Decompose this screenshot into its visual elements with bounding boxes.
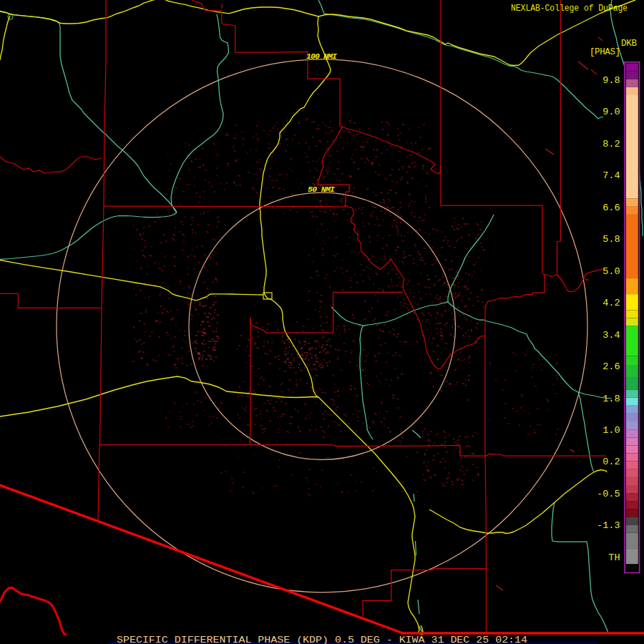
svg-text:-0.5: -0.5 bbox=[597, 489, 620, 499]
svg-text:8.2: 8.2 bbox=[602, 139, 620, 150]
svg-text:TH: TH bbox=[608, 552, 620, 563]
svg-text:6.6: 6.6 bbox=[602, 203, 620, 213]
svg-text:50 NMI: 50 NMI bbox=[308, 185, 335, 194]
svg-text:1.8: 1.8 bbox=[602, 394, 620, 404]
svg-text:5.0: 5.0 bbox=[602, 266, 620, 277]
svg-text:9.8: 9.8 bbox=[602, 75, 620, 86]
svg-text:0.2: 0.2 bbox=[602, 457, 620, 467]
svg-text:NEXLAB-College of DuPage: NEXLAB-College of DuPage bbox=[511, 4, 628, 14]
svg-text:9.0: 9.0 bbox=[602, 107, 620, 117]
svg-text:DKB: DKB bbox=[621, 39, 637, 49]
svg-text:-1.3: -1.3 bbox=[597, 520, 620, 531]
svg-text:5.8: 5.8 bbox=[602, 234, 620, 245]
svg-text:2.6: 2.6 bbox=[602, 361, 620, 372]
svg-text:7.4: 7.4 bbox=[602, 170, 620, 181]
svg-text:100 NMI: 100 NMI bbox=[306, 52, 337, 61]
svg-text:1.0: 1.0 bbox=[602, 425, 620, 436]
svg-text:4.2: 4.2 bbox=[602, 298, 620, 308]
svg-text:3.4: 3.4 bbox=[602, 330, 620, 341]
svg-text:SPECIFIC DIFFERENTIAL PHASE (K: SPECIFIC DIFFERENTIAL PHASE (KDP) 0.5 DE… bbox=[117, 635, 527, 644]
svg-text:[PHAS]: [PHAS] bbox=[590, 47, 620, 57]
